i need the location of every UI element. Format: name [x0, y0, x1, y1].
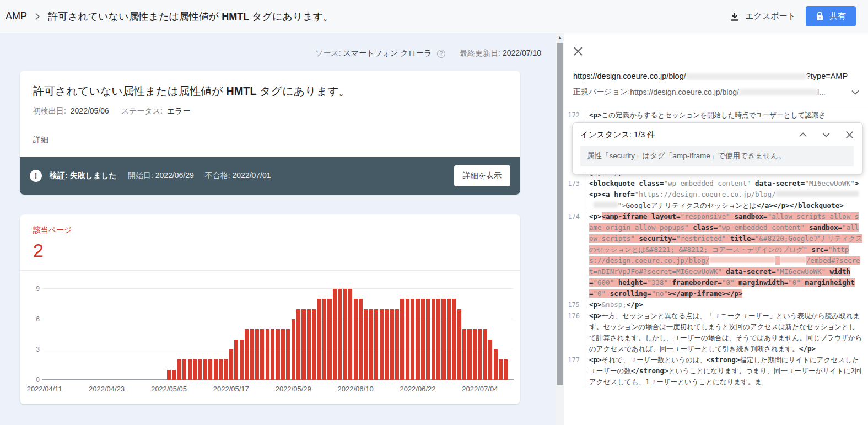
code-line: 177<p>それで、ユーザー数というのは、<strong>指定した期間にサイトに…: [564, 354, 868, 388]
bar: [276, 329, 279, 380]
instance-counter: インスタンス: 1/3 件: [580, 130, 655, 140]
bar: [167, 370, 171, 380]
canonical-url-row: 正規バージョン: https://design.coeure.co.jp/blo…: [573, 87, 859, 97]
highlighted-code-segment: title=: [730, 234, 755, 243]
bar: [317, 299, 321, 380]
bar: [504, 359, 508, 380]
bar: [432, 299, 435, 380]
bar: [478, 329, 482, 380]
highlighted-code-segment: [726, 234, 730, 243]
bar: [188, 359, 192, 380]
bar: [208, 359, 212, 380]
next-instance-icon[interactable]: [822, 132, 830, 137]
share-button[interactable]: 共有: [806, 6, 856, 26]
x-tick-label: 2022/05/29: [276, 385, 311, 393]
close-icon[interactable]: [573, 46, 583, 58]
chevron-down-icon[interactable]: [851, 90, 859, 95]
highlighted-code-segment: "responsive": [681, 212, 730, 220]
bar: [406, 299, 409, 380]
bar: [359, 299, 363, 380]
x-tick-label: 2022/04/11: [27, 385, 62, 393]
redacted-code-segment: [709, 257, 775, 263]
highlighted-code-segment: sandbox=: [734, 212, 767, 220]
metric-label: 該当ページ: [33, 225, 507, 235]
x-tick-label: 2022/06/10: [338, 385, 374, 393]
scrollbar-up-arrow[interactable]: ▲: [556, 33, 564, 42]
download-icon: [730, 12, 740, 21]
bar: [203, 359, 207, 380]
bar: [214, 359, 218, 380]
bar: [255, 329, 259, 380]
y-tick-label: 9: [36, 285, 40, 293]
inspected-url: https://design.coeure.co.jp/blog/?type=A…: [573, 72, 859, 80]
highlighted-code-segment: sandbox=: [809, 223, 842, 232]
highlighted-code-segment: security=: [639, 234, 676, 243]
bar: [462, 329, 466, 380]
highlighted-code-segment: "0": [722, 278, 735, 287]
pages-chart: 0369 2022/04/112022/04/232022/05/052022/…: [20, 271, 520, 394]
help-icon[interactable]: ?: [437, 50, 445, 58]
export-button[interactable]: エクスポート: [730, 11, 796, 21]
bar: [457, 309, 461, 380]
bar: [333, 289, 337, 380]
code-segment: <strong>: [707, 356, 740, 364]
code-line: 175<p>&nbsp;</p>: [564, 299, 868, 310]
bar: [343, 289, 347, 380]
chevron-right-icon: [35, 13, 40, 20]
bar: [411, 299, 414, 380]
bar: [436, 299, 440, 380]
instance-popup: インスタンス: 1/3 件 属性「security」はタグ「amp-iframe…: [572, 122, 863, 175]
code-segment: </p>: [799, 345, 816, 353]
show-details-button[interactable]: 詳細を表示: [454, 165, 510, 186]
x-tick-label: 2022/07/04: [462, 385, 498, 393]
main-scrollbar[interactable]: ▲: [556, 33, 564, 425]
highlighted-code-segment: "restricted": [676, 234, 726, 243]
highlighted-code-segment: [807, 245, 812, 254]
breadcrumb-amp[interactable]: AMP: [6, 10, 27, 22]
code-segment: </a></p></blockquote>: [757, 201, 844, 209]
code-segment: "MI6ecwUoWK": [805, 179, 854, 187]
bar: [245, 329, 249, 380]
scrollbar-thumb[interactable]: [557, 43, 563, 385]
code-segment: <p>: [589, 111, 602, 119]
code-segment: href=: [614, 190, 635, 198]
bar: [327, 299, 331, 380]
highlighted-code-segment: "338": [647, 278, 668, 287]
highlighted-code-segment: ></amp-iframe>: [668, 289, 726, 298]
redacted-code-segment: [594, 202, 618, 208]
bar: [250, 329, 254, 380]
highlighted-code-segment: "no": [651, 289, 668, 298]
bar: [441, 299, 445, 380]
error-icon: !: [30, 170, 42, 182]
highlighted-code-segment: "600": [594, 278, 614, 287]
code-segment: </strong>: [631, 367, 668, 375]
validation-bar: ! 検証: 失敗しました 開始日: 2022/06/29 不合格: 2022/0…: [20, 157, 520, 195]
details-link[interactable]: 詳細: [33, 135, 507, 157]
redacted-url-segment: [739, 89, 817, 95]
bar: [338, 289, 342, 380]
bar: [182, 359, 186, 380]
redacted-code-segment: [780, 257, 806, 263]
bar: [307, 309, 311, 380]
bar: [400, 299, 404, 380]
bar: [296, 309, 300, 380]
highlighted-code-segment: height=: [618, 278, 648, 287]
previous-instance-icon[interactable]: [799, 132, 807, 137]
bar: [219, 359, 223, 380]
url-detail-panel: https://design.coeure.co.jp/blog/?type=A…: [564, 33, 868, 425]
bar: [369, 309, 373, 380]
top-bar: AMP 許可されていない属性または属性値が HMTL タグにあります。 エクスポ…: [0, 0, 868, 33]
bar: [177, 359, 181, 380]
code-segment: ">: [618, 201, 626, 209]
header-actions: エクスポート 共有: [730, 6, 856, 26]
x-tick-label: 2022/04/23: [89, 385, 125, 393]
highlighted-code-segment: [826, 267, 830, 276]
code-segment: それで、ユーザー数というのは、: [602, 356, 707, 364]
bar: [292, 319, 295, 380]
close-popup-icon[interactable]: [845, 131, 854, 139]
code-segment: 一方、セッションと異なる点は、「ユニークユーザー」という表現から読み取れます。セ…: [589, 311, 862, 353]
highlighted-code-segment: [668, 278, 672, 287]
bar: [494, 349, 498, 380]
code-segment: [751, 179, 756, 187]
validation-status: 検証: 失敗しました: [50, 171, 117, 181]
